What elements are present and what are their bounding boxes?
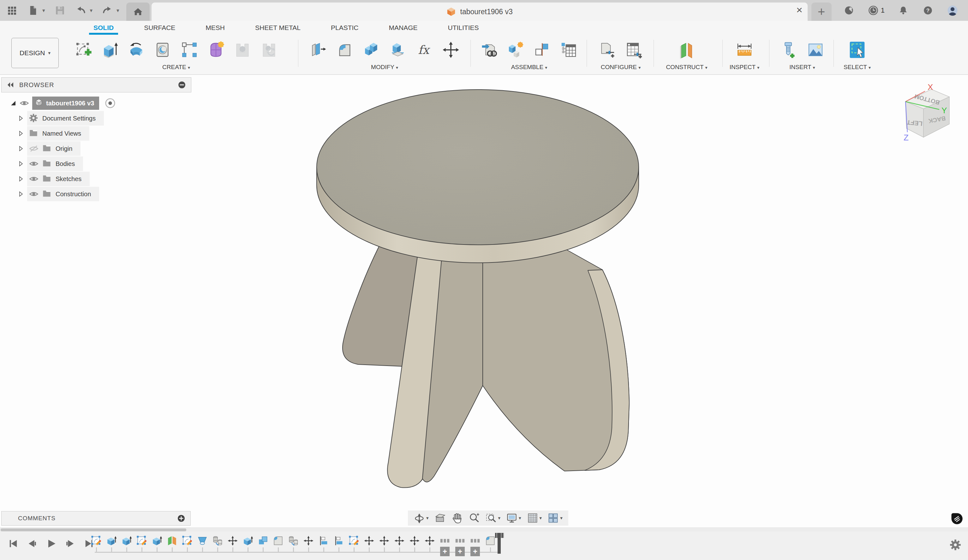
timeline-scrollbar[interactable] bbox=[0, 527, 968, 532]
canvas-icon[interactable] bbox=[806, 40, 825, 60]
toolbar-group-label-configure[interactable]: CONFIGURE ▾ bbox=[590, 64, 651, 73]
save-icon[interactable] bbox=[54, 5, 66, 17]
press-pull-icon[interactable] bbox=[309, 40, 327, 60]
move-icon[interactable] bbox=[442, 40, 460, 60]
step-back-button[interactable] bbox=[27, 538, 38, 549]
caret-down-icon[interactable]: ▾ bbox=[519, 515, 521, 521]
file-menu-caret-icon[interactable]: ▾ bbox=[42, 7, 45, 14]
zoom-tool[interactable] bbox=[467, 511, 482, 525]
expand-triangle-icon[interactable] bbox=[18, 145, 24, 152]
timeline-feature-move-15[interactable] bbox=[303, 535, 314, 556]
toolbar-group-label-inspect[interactable]: INSPECT ▾ bbox=[726, 64, 763, 73]
timeline-feature-copy-14[interactable] bbox=[288, 535, 299, 556]
timeline-feature-group-24[interactable]: + bbox=[439, 535, 450, 556]
timeline-settings-gear-icon[interactable] bbox=[950, 539, 961, 550]
timeline-feature-extrude-5[interactable] bbox=[152, 535, 162, 556]
redo-icon[interactable] bbox=[101, 5, 113, 17]
timeline-feature-loft-8[interactable] bbox=[197, 535, 208, 556]
timeline-feature-extrude-2[interactable] bbox=[106, 535, 117, 556]
toolbar-group-label-insert[interactable]: INSERT ▾ bbox=[773, 64, 832, 73]
activate-component-radio[interactable] bbox=[105, 98, 116, 109]
pattern-icon[interactable] bbox=[180, 40, 199, 60]
tab-solid[interactable]: SOLID bbox=[93, 21, 114, 35]
toolbar-group-label-select[interactable]: SELECT ▾ bbox=[837, 64, 877, 73]
caret-down-icon[interactable]: ▾ bbox=[560, 515, 563, 521]
timeline-feature-extrude-11[interactable] bbox=[242, 535, 253, 556]
expand-triangle-icon[interactable] bbox=[18, 191, 24, 197]
tab-manage[interactable]: MANAGE bbox=[389, 21, 418, 35]
expand-group-badge[interactable]: + bbox=[471, 547, 480, 556]
look-at-tool[interactable] bbox=[433, 511, 448, 525]
bom-icon[interactable] bbox=[560, 40, 578, 60]
browser-item-origin[interactable]: Origin bbox=[1, 141, 191, 156]
expand-triangle-icon[interactable] bbox=[18, 176, 24, 182]
browser-item-named-views[interactable]: Named Views bbox=[1, 126, 191, 141]
stool-model[interactable] bbox=[317, 89, 639, 488]
expand-triangle-icon[interactable] bbox=[18, 130, 24, 137]
visibility-eye-icon[interactable] bbox=[29, 159, 38, 168]
caret-down-icon[interactable]: ▾ bbox=[498, 515, 501, 521]
timeline-feature-sketch-1[interactable] bbox=[91, 535, 102, 556]
play-button[interactable] bbox=[45, 538, 57, 549]
pan-tool[interactable] bbox=[449, 511, 465, 525]
stool-leg-front-right[interactable] bbox=[483, 241, 629, 471]
model-viewport[interactable]: BOTTOM LEFT BACK X Y Z BROWSER tabouret1… bbox=[0, 75, 968, 527]
timeline-feature-sketch-4[interactable] bbox=[136, 535, 147, 556]
select-icon[interactable] bbox=[848, 40, 866, 60]
timeline-feature-combine-12[interactable] bbox=[258, 535, 269, 556]
grid-snaps-tool[interactable]: ▾ bbox=[525, 511, 544, 525]
caret-down-icon[interactable]: ▾ bbox=[540, 515, 542, 521]
visibility-eye-icon[interactable] bbox=[29, 144, 38, 153]
timeline-feature-move-10[interactable] bbox=[227, 535, 238, 556]
timeline-feature-move-22[interactable] bbox=[409, 535, 420, 556]
timeline-feature-align-17[interactable] bbox=[333, 535, 344, 556]
display-settings-tool[interactable]: ▾ bbox=[504, 511, 523, 525]
toolbar-group-label-assemble[interactable]: ASSEMBLE ▾ bbox=[474, 64, 585, 73]
timeline-feature-sketch-18[interactable] bbox=[348, 535, 359, 556]
timeline-feature-fillet-27[interactable] bbox=[485, 535, 496, 556]
browser-item-bodies[interactable]: Bodies bbox=[1, 156, 191, 171]
timeline-feature-group-25[interactable]: + bbox=[455, 535, 466, 556]
browser-item-document-settings[interactable]: Document Settings bbox=[1, 111, 191, 126]
visibility-eye-icon[interactable] bbox=[29, 189, 38, 199]
add-comment-icon[interactable] bbox=[177, 514, 185, 522]
viewports-tool[interactable]: ▾ bbox=[545, 511, 565, 525]
help-icon[interactable]: ? bbox=[922, 5, 934, 17]
visibility-eye-icon[interactable] bbox=[29, 174, 38, 183]
configuration-table-icon[interactable] bbox=[625, 40, 643, 60]
insert-design-icon[interactable] bbox=[480, 40, 499, 60]
browser-item-construction[interactable]: Construction bbox=[1, 187, 191, 202]
timeline-feature-sketch-7[interactable] bbox=[182, 535, 192, 556]
visibility-eye-icon[interactable] bbox=[20, 98, 29, 108]
tab-sheet-metal[interactable]: SHEET METAL bbox=[255, 21, 300, 35]
expand-group-badge[interactable]: + bbox=[440, 547, 449, 556]
job-status[interactable]: 1 bbox=[868, 5, 885, 16]
step-forward-button[interactable] bbox=[65, 538, 76, 549]
tab-utilities[interactable]: UTILITIES bbox=[448, 21, 479, 35]
new-component-icon[interactable] bbox=[507, 40, 525, 60]
toolbar-group-label-construct[interactable]: CONSTRUCT ▾ bbox=[657, 64, 716, 73]
fillet-icon[interactable] bbox=[336, 40, 354, 60]
timeline-feature-move-19[interactable] bbox=[364, 535, 375, 556]
root-component-chip[interactable]: tabouret1906 v3 bbox=[32, 97, 99, 110]
construction-plane-icon[interactable] bbox=[678, 40, 696, 60]
view-cube[interactable]: BOTTOM LEFT BACK X Y Z bbox=[903, 83, 950, 142]
timeline-feature-extrude-3[interactable] bbox=[121, 535, 132, 556]
new-tab-button[interactable]: + bbox=[811, 3, 832, 21]
timeline-playhead[interactable] bbox=[497, 533, 501, 554]
feedback-chat-icon[interactable] bbox=[950, 512, 963, 525]
browser-minimize-icon[interactable] bbox=[178, 81, 186, 89]
insert-fastener-icon[interactable] bbox=[780, 40, 798, 60]
tab-mesh[interactable]: MESH bbox=[206, 21, 225, 35]
hole-icon[interactable] bbox=[154, 40, 172, 60]
timeline-feature-group-26[interactable]: + bbox=[470, 535, 481, 556]
create-sketch-icon[interactable] bbox=[74, 40, 93, 60]
orbit-tool[interactable]: ▾ bbox=[412, 511, 431, 525]
timeline-scrollbar-thumb[interactable] bbox=[1, 529, 186, 531]
notifications-bell-icon[interactable] bbox=[897, 5, 909, 17]
expand-triangle-icon[interactable] bbox=[18, 160, 24, 167]
expand-triangle-icon[interactable] bbox=[18, 115, 24, 121]
revolve-icon[interactable] bbox=[127, 40, 146, 60]
zoom-window-tool[interactable]: ▾ bbox=[484, 511, 502, 525]
browser-item-sketches[interactable]: Sketches bbox=[1, 171, 191, 187]
